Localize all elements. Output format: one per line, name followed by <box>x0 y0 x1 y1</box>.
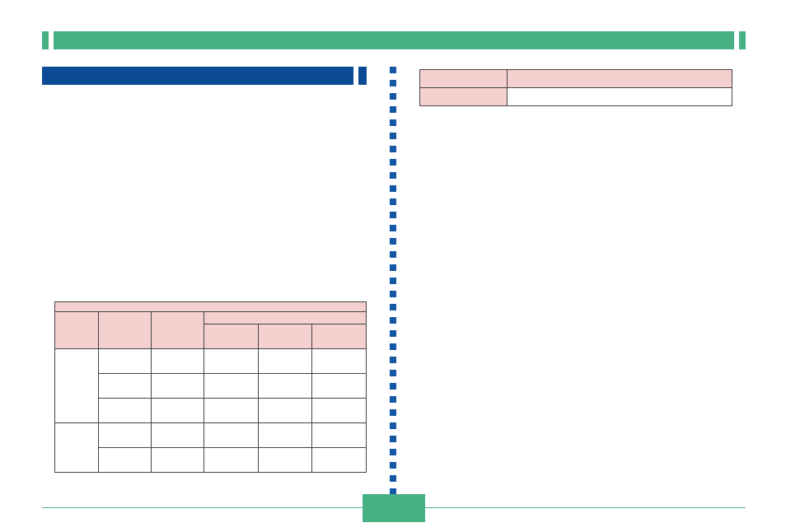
ltable-r5c3 <box>152 448 204 473</box>
ltable-r2c2 <box>98 374 151 399</box>
ltable-r3c6 <box>312 399 367 423</box>
header-notch-left <box>49 31 54 49</box>
left-grid-table <box>54 301 367 473</box>
ltable-r1c6 <box>312 349 367 374</box>
ltable-r2c6 <box>312 374 367 399</box>
ltable-r1c5 <box>258 349 312 374</box>
rtable-r1c1 <box>420 88 508 106</box>
ltable-r2c3 <box>152 374 204 399</box>
rtable-h1 <box>420 70 508 88</box>
ltable-r4c5 <box>258 423 312 448</box>
ltable-r4c4 <box>204 423 259 448</box>
ltable-h-c1 <box>55 312 99 349</box>
right-small-table <box>419 69 732 106</box>
page-header-bar <box>42 31 746 49</box>
ltable-h-c2 <box>98 312 151 349</box>
ltable-h-s3 <box>312 324 367 349</box>
ltable-g1-c1 <box>55 349 99 423</box>
ltable-topstrip <box>55 302 367 312</box>
ltable-r5c4 <box>204 448 259 473</box>
section-header-notch <box>353 67 358 85</box>
ltable-r1c4 <box>204 349 259 374</box>
ltable-h-s1 <box>204 324 259 349</box>
rtable-r1c2 <box>508 88 732 106</box>
ltable-r5c5 <box>258 448 312 473</box>
ltable-h-s2 <box>258 324 312 349</box>
ltable-r3c5 <box>258 399 312 423</box>
ltable-r3c3 <box>152 399 204 423</box>
ltable-h-group <box>204 312 367 324</box>
ltable-r1c2 <box>98 349 151 374</box>
ltable-r3c4 <box>204 399 259 423</box>
ltable-r3c2 <box>98 399 151 423</box>
ltable-r4c3 <box>152 423 204 448</box>
ltable-r4c2 <box>98 423 151 448</box>
rtable-h2 <box>508 70 732 88</box>
ltable-g2-c1 <box>55 423 99 473</box>
ltable-r2c4 <box>204 374 259 399</box>
ltable-r2c5 <box>258 374 312 399</box>
page-number-badge <box>363 494 425 522</box>
ltable-r1c3 <box>152 349 204 374</box>
header-notch-right <box>734 31 739 49</box>
section-header-bar <box>42 67 367 85</box>
column-divider <box>390 67 396 495</box>
ltable-r5c2 <box>98 448 151 473</box>
ltable-h-c3 <box>152 312 204 349</box>
ltable-r5c6 <box>312 448 367 473</box>
ltable-r4c6 <box>312 423 367 448</box>
